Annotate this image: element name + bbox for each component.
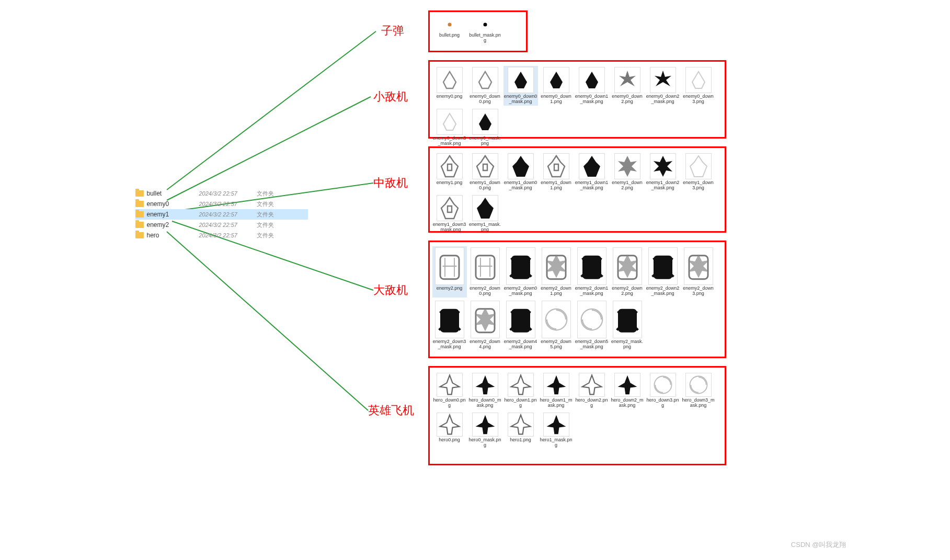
- file-thumb[interactable]: enemy2_down1.png: [539, 246, 574, 298]
- file-thumb[interactable]: hero1_mask.png: [539, 412, 574, 449]
- svg-line-6: [167, 31, 376, 190]
- file-thumb[interactable]: enemy0.png: [432, 66, 467, 106]
- thumb-image: [437, 67, 463, 93]
- file-thumb[interactable]: hero0.png: [432, 412, 467, 449]
- file-thumb[interactable]: enemy0_down2_mask.png: [646, 66, 680, 106]
- thumb-label: enemy1_down3.png: [682, 180, 715, 191]
- file-thumb[interactable]: hero_down0.png: [432, 372, 467, 409]
- folder-date: 2024/3/2 22:57: [199, 232, 257, 238]
- thumb-label: enemy0_mask.png: [468, 136, 502, 146]
- thumb-image: [614, 67, 640, 93]
- file-thumb[interactable]: enemy1.png: [432, 152, 467, 192]
- file-thumb[interactable]: enemy0_down2.png: [610, 66, 645, 106]
- folder-row-hero[interactable]: hero2024/3/2 22:57文件夹: [135, 230, 308, 241]
- file-thumb[interactable]: enemy2_down0_mask.png: [503, 246, 538, 298]
- thumb-label: enemy2.png: [437, 286, 463, 291]
- thumb-label: enemy1_down2.png: [611, 180, 644, 191]
- file-thumb[interactable]: enemy0_down3_mask.png: [432, 108, 467, 147]
- file-thumb[interactable]: enemy0_down1_mask.png: [575, 66, 609, 106]
- file-thumb[interactable]: enemy1_down3_mask.png: [432, 194, 467, 234]
- folder-row-bullet[interactable]: bullet2024/3/2 22:57文件夹: [135, 188, 308, 199]
- file-thumb[interactable]: hero_down2_mask.png: [610, 372, 645, 409]
- thumb-image: [472, 195, 498, 221]
- file-thumb[interactable]: enemy1_down2.png: [610, 152, 645, 192]
- thumb-label: hero_down3_mask.png: [682, 398, 715, 408]
- folder-name: hero: [147, 232, 199, 239]
- file-thumb[interactable]: hero_down3.png: [646, 372, 680, 409]
- thumb-image: [685, 373, 712, 397]
- thumb-label: hero1_mask.png: [540, 438, 573, 448]
- thumb-label: enemy1_down0.png: [468, 180, 502, 191]
- file-thumb[interactable]: enemy1_down2_mask.png: [646, 152, 680, 192]
- thumb-image: [437, 413, 463, 437]
- thumb-image: [650, 67, 676, 93]
- file-thumb[interactable]: enemy2_down5.png: [539, 300, 574, 351]
- file-thumb[interactable]: hero_down1.png: [503, 372, 538, 409]
- thumb-image: [435, 301, 464, 338]
- file-thumb[interactable]: enemy0_down1.png: [539, 66, 574, 106]
- thumb-image: [472, 373, 498, 397]
- thumb-image: [543, 413, 569, 437]
- thumb-label: enemy2_down5_mask.png: [575, 339, 609, 350]
- file-thumb[interactable]: enemy2_down4_mask.png: [503, 300, 538, 351]
- thumb-image: [579, 153, 605, 179]
- file-thumb[interactable]: hero1.png: [503, 412, 538, 449]
- folder-row-enemy0[interactable]: enemy02024/3/2 22:57文件夹: [135, 199, 308, 209]
- thumb-image: [472, 153, 498, 179]
- file-thumb[interactable]: enemy2_down3_mask.png: [432, 300, 467, 351]
- file-thumb[interactable]: enemy1_down3.png: [681, 152, 716, 192]
- folder-icon: [135, 190, 144, 197]
- thumb-image: [508, 67, 534, 93]
- file-thumb[interactable]: hero_down2.png: [575, 372, 609, 409]
- file-thumb[interactable]: enemy2.png: [432, 246, 467, 298]
- file-thumb[interactable]: enemy0_down3.png: [681, 66, 716, 106]
- thumb-image: [614, 373, 640, 397]
- file-thumb[interactable]: enemy1_down0.png: [468, 152, 502, 192]
- folder-type: 文件夹: [257, 200, 283, 208]
- file-thumb[interactable]: enemy1_mask.png: [468, 194, 502, 234]
- file-thumb[interactable]: bullet.png: [432, 16, 467, 44]
- thumb-label: hero_down1.png: [504, 398, 537, 408]
- folder-icon: [135, 222, 144, 228]
- file-thumb[interactable]: enemy1_down1.png: [539, 152, 574, 192]
- thumb-image: [648, 247, 678, 285]
- file-thumb[interactable]: enemy2_down2.png: [610, 246, 645, 298]
- thumb-image: [471, 247, 500, 285]
- file-thumb[interactable]: enemy1_down1_mask.png: [575, 152, 609, 192]
- thumb-label: enemy0_down0_mask.png: [504, 94, 537, 105]
- thumb-image: [650, 153, 676, 179]
- thumb-label: enemy2_down0.png: [468, 286, 502, 296]
- folder-type: 文件夹: [257, 221, 283, 229]
- thumb-image: [437, 195, 463, 221]
- thumb-label: enemy2_down4.png: [468, 339, 502, 350]
- file-thumb[interactable]: hero_down1_mask.png: [539, 372, 574, 409]
- watermark: CSDN @叫我龙翔: [791, 540, 846, 550]
- thumb-label: enemy1_down0_mask.png: [504, 180, 537, 191]
- file-thumb[interactable]: enemy2_down1_mask.png: [575, 246, 609, 298]
- svg-line-10: [167, 232, 368, 410]
- file-thumb[interactable]: hero_down3_mask.png: [681, 372, 716, 409]
- file-thumb[interactable]: enemy0_down0.png: [468, 66, 502, 106]
- folder-row-enemy1[interactable]: enemy12024/3/2 22:57文件夹: [135, 209, 308, 220]
- folder-row-enemy2[interactable]: enemy22024/3/2 22:57文件夹: [135, 220, 308, 230]
- thumb-image: [472, 413, 498, 437]
- svg-line-7: [167, 97, 371, 200]
- file-thumb[interactable]: enemy2_down2_mask.png: [646, 246, 680, 298]
- file-thumb[interactable]: enemy2_mask.png: [610, 300, 645, 351]
- file-thumb[interactable]: hero0_mask.png: [468, 412, 502, 449]
- file-thumb[interactable]: hero_down0_mask.png: [468, 372, 502, 409]
- file-thumb[interactable]: bullet_mask.png: [468, 16, 502, 44]
- thumb-label: enemy0_down0.png: [468, 94, 502, 105]
- thumb-label: enemy1_down1_mask.png: [575, 180, 609, 191]
- thumb-image: [685, 67, 712, 93]
- file-thumb[interactable]: enemy2_down4.png: [468, 300, 502, 351]
- file-thumb[interactable]: enemy0_down0_mask.png: [503, 66, 538, 106]
- file-thumb[interactable]: enemy0_mask.png: [468, 108, 502, 147]
- file-thumb[interactable]: enemy1_down0_mask.png: [503, 152, 538, 192]
- file-thumb[interactable]: enemy2_down0.png: [468, 246, 502, 298]
- file-thumb[interactable]: enemy2_down5_mask.png: [575, 300, 609, 351]
- thumb-label: enemy2_mask.png: [611, 339, 644, 350]
- folder-date: 2024/3/2 22:57: [199, 211, 257, 218]
- file-thumb[interactable]: enemy2_down3.png: [681, 246, 716, 298]
- thumb-label: hero0_mask.png: [468, 438, 502, 448]
